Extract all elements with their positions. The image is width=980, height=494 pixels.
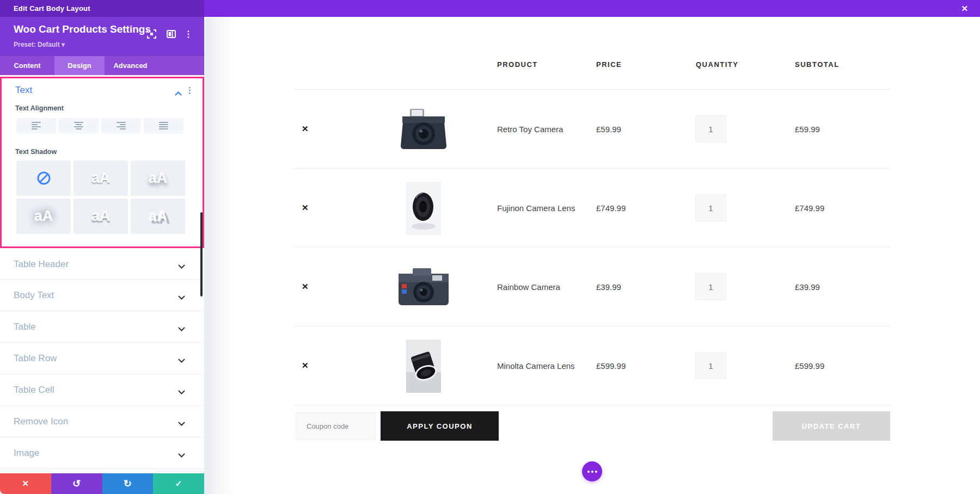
cart-row: ✕ Rainbow Camera £39.99 £39.99 bbox=[294, 248, 890, 326]
text-section-title[interactable]: Text bbox=[15, 85, 32, 96]
column-product: PRODUCT bbox=[497, 60, 538, 69]
product-image-retro-toy-camera[interactable] bbox=[384, 90, 463, 169]
preset-caret-icon: ▾ bbox=[62, 41, 65, 48]
column-price: PRICE bbox=[596, 60, 622, 69]
quantity-input[interactable] bbox=[695, 115, 726, 143]
product-subtotal: £749.99 bbox=[795, 203, 824, 213]
tab-content[interactable]: Content bbox=[0, 56, 54, 75]
text-shadow-label: Text Shadow bbox=[15, 148, 57, 156]
shadow-soft-button[interactable]: aA bbox=[74, 160, 128, 196]
chevron-down-icon bbox=[178, 292, 185, 302]
product-image-rainbow-camera[interactable] bbox=[384, 248, 463, 326]
section-remove-icon[interactable]: Remove Icon bbox=[0, 406, 204, 437]
builder-topbar: Edit Cart Body Layout ✕ bbox=[0, 0, 980, 17]
text-settings-section: Text ⋮ Text Alignment Text Shadow aA aA … bbox=[0, 77, 204, 248]
panel-footer-actions: ✕ ↺ ↻ ✓ bbox=[0, 473, 204, 494]
tab-design[interactable]: Design bbox=[54, 56, 105, 75]
product-price: £39.99 bbox=[596, 282, 621, 292]
update-cart-button[interactable]: UPDATE CART bbox=[773, 411, 890, 441]
undo-button[interactable]: ↺ bbox=[51, 473, 102, 494]
product-price: £599.99 bbox=[596, 361, 626, 370]
shadow-none-button[interactable] bbox=[16, 160, 71, 196]
preview-canvas: PRODUCT PRICE QUANTITY SUBTOTAL ✕ Retro … bbox=[204, 17, 980, 494]
focus-mode-icon[interactable] bbox=[145, 28, 157, 40]
shadow-drop-button[interactable]: aA bbox=[131, 160, 185, 196]
align-center-button[interactable] bbox=[59, 118, 99, 133]
text-shadow-options: aA aA aA aA aA bbox=[16, 160, 185, 234]
product-name-link[interactable]: Fujinon Camera Lens bbox=[497, 203, 575, 213]
cart-row: ✕ Minolta Camera Lens £599.99 £599 bbox=[294, 326, 890, 405]
section-table-header[interactable]: Table Header bbox=[0, 248, 204, 280]
section-table-row[interactable]: Table Row bbox=[0, 343, 204, 374]
chevron-down-icon bbox=[178, 450, 185, 460]
settings-accordion: Table Header Body Text Table Table Row T… bbox=[0, 248, 204, 469]
text-alignment-label: Text Alignment bbox=[15, 104, 64, 112]
product-image-minolta-camera-lens[interactable] bbox=[384, 326, 463, 405]
panel-more-menu-icon[interactable]: ⋮ bbox=[182, 28, 194, 40]
chevron-down-icon bbox=[178, 418, 185, 428]
product-image-fujinon-camera-lens[interactable] bbox=[384, 169, 463, 248]
cart-row: ✕ Fujinon Camera Lens £749.99 £749.99 bbox=[294, 169, 890, 248]
discard-button[interactable]: ✕ bbox=[0, 473, 51, 494]
chevron-down-icon bbox=[178, 387, 185, 397]
shadow-glow-button[interactable]: aA bbox=[16, 199, 71, 234]
topbar-title: Edit Cart Body Layout bbox=[14, 0, 90, 17]
product-price: £59.99 bbox=[596, 125, 621, 134]
cart-row: ✕ Retro Toy Camera £59.99 £59.99 bbox=[294, 90, 890, 169]
product-price: £749.99 bbox=[596, 203, 626, 213]
quantity-input[interactable] bbox=[695, 194, 726, 221]
chevron-down-icon bbox=[178, 261, 185, 271]
preset-selector[interactable]: Preset: Default ▾ bbox=[14, 41, 65, 48]
product-name-link[interactable]: Retro Toy Camera bbox=[497, 125, 563, 134]
remove-item-icon[interactable]: ✕ bbox=[302, 124, 309, 134]
product-name-link[interactable]: Minolta Camera Lens bbox=[497, 361, 575, 370]
split-view-icon[interactable] bbox=[165, 28, 177, 40]
product-subtotal: £39.99 bbox=[795, 282, 820, 292]
align-right-button[interactable] bbox=[101, 118, 141, 133]
cart-table: PRODUCT PRICE QUANTITY SUBTOTAL ✕ Retro … bbox=[294, 52, 890, 449]
redo-button[interactable]: ↻ bbox=[102, 473, 154, 494]
no-shadow-icon bbox=[36, 171, 51, 186]
tab-advanced[interactable]: Advanced bbox=[105, 56, 156, 75]
section-image[interactable]: Image bbox=[0, 437, 204, 469]
quantity-input[interactable] bbox=[695, 352, 726, 379]
panel-scrollbar[interactable] bbox=[200, 212, 203, 297]
remove-item-icon[interactable]: ✕ bbox=[302, 361, 309, 370]
cart-actions-row: APPLY COUPON UPDATE CART bbox=[294, 405, 890, 449]
chevron-down-icon bbox=[178, 355, 185, 365]
product-subtotal: £599.99 bbox=[795, 361, 824, 370]
product-name-link[interactable]: Rainbow Camera bbox=[497, 282, 560, 292]
text-alignment-options bbox=[16, 118, 183, 133]
collapse-section-icon[interactable] bbox=[175, 88, 182, 98]
text-section-menu-icon[interactable]: ⋮ bbox=[186, 85, 194, 95]
shadow-offset-button[interactable]: aA bbox=[131, 199, 185, 234]
section-table-cell[interactable]: Table Cell bbox=[0, 374, 204, 406]
remove-item-icon[interactable]: ✕ bbox=[302, 282, 309, 292]
coupon-code-input[interactable] bbox=[296, 412, 376, 440]
dot-icon bbox=[591, 471, 593, 473]
column-quantity: QUANTITY bbox=[696, 60, 738, 69]
section-table[interactable]: Table bbox=[0, 311, 204, 343]
align-left-button[interactable] bbox=[16, 118, 56, 133]
align-justify-button[interactable] bbox=[144, 118, 183, 133]
quantity-input[interactable] bbox=[695, 273, 726, 300]
product-subtotal: £59.99 bbox=[795, 125, 820, 134]
settings-panel: Woo Cart Products Settings Preset: Defau… bbox=[0, 17, 204, 494]
settings-panel-title: Woo Cart Products Settings bbox=[14, 23, 151, 35]
close-builder-icon[interactable]: ✕ bbox=[961, 0, 968, 17]
section-body-text[interactable]: Body Text bbox=[0, 280, 204, 311]
chevron-down-icon bbox=[178, 324, 185, 334]
cart-table-header: PRODUCT PRICE QUANTITY SUBTOTAL bbox=[294, 52, 890, 90]
settings-tabs: Content Design Advanced bbox=[0, 56, 204, 75]
dot-icon bbox=[595, 471, 597, 473]
apply-coupon-button[interactable]: APPLY COUPON bbox=[381, 411, 499, 441]
remove-item-icon[interactable]: ✕ bbox=[302, 203, 309, 213]
shadow-tight-button[interactable]: aA bbox=[74, 199, 128, 234]
module-more-options-button[interactable] bbox=[582, 461, 602, 481]
settings-panel-header: Woo Cart Products Settings Preset: Defau… bbox=[0, 17, 204, 56]
save-button[interactable]: ✓ bbox=[153, 473, 204, 494]
column-subtotal: SUBTOTAL bbox=[795, 60, 840, 69]
dot-icon bbox=[587, 471, 590, 473]
preset-label: Preset: Default bbox=[14, 41, 60, 48]
